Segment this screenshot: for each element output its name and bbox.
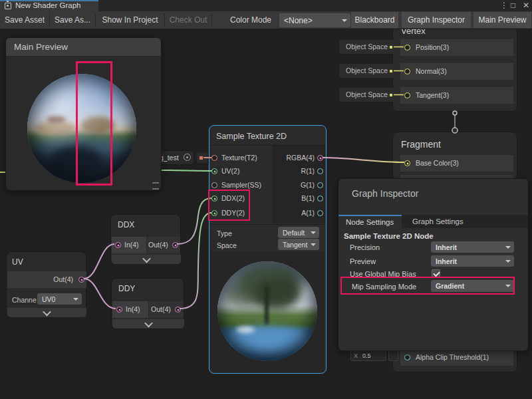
check-out-button[interactable]: Check Out [165,11,211,29]
wire-ddy-to-sample[interactable] [180,213,211,309]
dropdown-arrow-icon [311,243,316,246]
position-port[interactable] [404,45,410,51]
uv-input-port[interactable] [211,168,217,174]
main-preview-panel: Main Preview [5,37,162,191]
graph-inspector-panel: Graph Inspector Node Settings Graph Sett… [338,178,529,351]
save-as-button[interactable]: Save As... [50,11,95,29]
object-space-pill[interactable]: Object Space [339,64,394,78]
r-output-port[interactable] [317,168,323,174]
rgba-output-port[interactable] [317,155,323,161]
uv-out-label: Out(4) [33,275,73,283]
property-output-port-box[interactable] [197,152,207,163]
ddy-in-port[interactable] [116,307,122,313]
uv-node-title: UV [12,257,23,267]
rgba-output-label: RGBA(4) [273,154,315,162]
g-output-port[interactable] [317,182,323,188]
wire-ddx-to-sample[interactable] [177,198,211,244]
position-port-label: Position(3) [416,43,449,51]
preview-dropdown[interactable]: Inherit [431,255,514,267]
object-space-label: Object Space [346,66,388,74]
normal-port[interactable] [404,68,410,74]
mip-bias-checkbox[interactable] [432,269,440,278]
sample-texture-2d-node[interactable]: Sample Texture 2D Texture(T2) UV(2) Samp… [209,125,327,374]
a-output-port[interactable] [317,210,323,216]
uv-channel-dropdown[interactable]: UV0 [37,293,82,305]
type-label: Type [217,229,232,237]
tab-node-settings[interactable]: Node Settings [338,215,402,228]
dropdown-arrow-icon [505,260,511,263]
dropdown-arrow-icon [73,298,78,301]
tab-graph-settings-label: Graph Settings [412,217,464,225]
type-value: Default [283,229,305,237]
uv-input-label: UV(2) [221,167,239,175]
object-space-pill[interactable]: Object Space [339,40,394,54]
ddx-input-label: DDX(2) [221,194,245,202]
b-output-label: B(1) [273,194,315,202]
more-menu-icon[interactable]: ⋮ [500,1,508,11]
space-value: Tangent [283,241,307,249]
chevron-down-icon [142,254,151,263]
ddy-input-port[interactable] [211,210,217,216]
shader-graph-tab[interactable]: New Shader Graph [0,0,98,11]
ddx-node[interactable]: DDX In(4) Out(4) [110,214,181,265]
toolbar-divider [211,13,212,27]
base-color-port[interactable] [404,160,410,166]
type-dropdown[interactable]: Default [278,227,319,238]
pill-port-dot-icon [390,70,392,72]
main-preview-header[interactable]: Main Preview [6,38,161,56]
ddy-input-label: DDY(2) [221,209,245,217]
ddx-collapse-strip[interactable] [112,255,181,264]
close-icon[interactable]: ✕ [523,1,529,11]
object-space-pill[interactable]: Object Space [339,88,394,102]
tab-graph-settings[interactable]: Graph Settings [402,215,475,228]
uv-collapse-strip[interactable] [7,308,86,317]
main-preview-sphere [27,74,136,183]
r-output-label: R(1) [273,167,315,175]
ddx-out-port[interactable] [172,242,178,248]
normal-port-label: Normal(3) [416,67,447,75]
precision-dropdown[interactable]: Inherit [431,241,514,253]
ddy-out-port[interactable] [175,307,181,313]
color-mode-dropdown[interactable]: <None> [279,13,350,27]
ddy-collapse-strip[interactable] [112,319,184,329]
graph-inspector-toggle[interactable]: Graph Inspector [402,12,471,28]
shader-graph-window: Vertex Position(3) Normal(3) Tangent(3) … [0,0,532,399]
preview-value: Inherit [436,257,457,265]
texture-input-port[interactable] [211,155,217,161]
alpha-clip-default-field[interactable]: X 0.5 [350,350,386,361]
main-preview-title: Main Preview [14,42,68,52]
ddx-in-port[interactable] [115,242,121,248]
texture-preview-sphere [217,261,317,361]
sampler-input-port[interactable] [211,182,217,188]
tab-node-settings-label: Node Settings [346,218,394,226]
space-dropdown[interactable]: Tangent [278,239,319,250]
sampler-input-label: Sampler(SS) [221,181,261,189]
uv-out-port[interactable] [78,277,84,283]
vertex-node[interactable]: Vertex Position(3) Normal(3) Tangent(3) [392,17,517,112]
tangent-port-label: Tangent(3) [416,91,449,99]
panel-resize-grip[interactable] [152,182,159,190]
mip-mode-dropdown[interactable]: Gradient [431,280,514,292]
texture-input-label: Texture(T2) [221,154,257,162]
uv-node[interactable]: UV Out(4) Channe UV0 [6,251,86,318]
show-in-project-button[interactable]: Show In Project [96,11,164,29]
preview-toggle-dot-icon [186,156,188,158]
preview-label: Preview [350,257,376,265]
inspector-section-title: Sample Texture 2D Node [344,232,434,240]
save-asset-button[interactable]: Save Asset [0,11,49,29]
ddx-input-port[interactable] [211,196,217,201]
main-preview-toggle[interactable]: Main Preview [473,12,531,28]
blackboard-toggle[interactable]: Blackboard [351,12,398,28]
controls-divider [209,224,325,225]
wire-uv-input[interactable] [162,170,212,171]
axis-value: 0.5 [362,351,371,361]
b-output-port[interactable] [317,196,323,201]
mip-mode-value: Gradient [436,282,464,290]
ddy-in-label: In(4) [126,305,140,313]
dropdown-arrow-icon [311,231,316,234]
tangent-port[interactable] [404,92,410,98]
alpha-clip-port[interactable] [404,354,410,360]
checkmark-icon [433,270,440,277]
ddy-node[interactable]: DDY In(4) Out(4) [111,278,184,329]
maximize-icon[interactable]: □ [511,1,515,11]
